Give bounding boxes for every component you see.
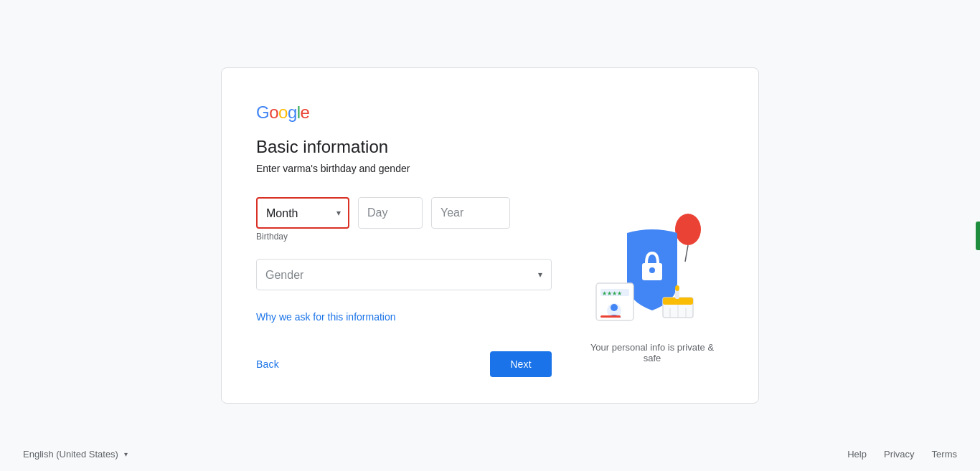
logo-e: e — [301, 103, 310, 123]
language-dropdown-icon: ▾ — [124, 450, 128, 458]
terms-link[interactable]: Terms — [932, 449, 957, 460]
subtitle-username: varma's — [283, 163, 318, 174]
side-indicator — [976, 222, 980, 250]
logo-g2: g — [288, 103, 297, 123]
back-button[interactable]: Back — [256, 353, 279, 376]
svg-point-3 — [649, 267, 655, 273]
help-link[interactable]: Help — [847, 449, 867, 460]
footer: English (United States) ▾ Help Privacy T… — [0, 437, 980, 471]
month-select[interactable]: Month January February March April May J… — [258, 199, 348, 227]
year-input[interactable] — [431, 197, 510, 229]
why-link[interactable]: Why we ask for this information — [256, 311, 396, 323]
card-body: Month January February March April May J… — [256, 197, 724, 377]
logo-o2: o — [278, 103, 288, 123]
language-selector[interactable]: English (United States) ▾ — [23, 449, 128, 460]
svg-rect-9 — [600, 315, 621, 318]
security-illustration: ★★★★ — [588, 204, 717, 333]
day-input[interactable] — [358, 197, 423, 229]
month-select-wrapper: Month January February March April May J… — [256, 197, 349, 229]
svg-text:★★★★: ★★★★ — [602, 290, 622, 297]
illustration-section: ★★★★ — [580, 197, 724, 377]
button-row: Back Next — [256, 351, 552, 377]
footer-links: Help Privacy Terms — [847, 449, 957, 460]
form-section: Month January February March April May J… — [256, 197, 552, 377]
svg-point-8 — [611, 304, 618, 311]
illustration: ★★★★ — [588, 204, 717, 333]
subtitle-suffix: birthday and gender — [318, 163, 410, 174]
language-label: English (United States) — [23, 449, 118, 460]
page-title: Basic information — [256, 137, 724, 157]
svg-point-0 — [675, 214, 701, 245]
page-subtitle: Enter varma's birthday and gender — [256, 163, 724, 174]
privacy-link[interactable]: Privacy — [884, 449, 915, 460]
svg-point-13 — [675, 285, 679, 291]
illustration-caption: Your personal info is private & safe — [580, 342, 724, 363]
signup-card: G o o g l e Basic information Enter varm… — [221, 67, 759, 404]
svg-line-1 — [685, 245, 688, 262]
google-logo: G o o g l e — [256, 103, 724, 123]
page-wrapper: G o o g l e Basic information Enter varm… — [0, 0, 980, 471]
logo-g: G — [256, 103, 269, 123]
logo-o1: o — [269, 103, 278, 123]
next-button[interactable]: Next — [490, 351, 552, 377]
subtitle-prefix: Enter — [256, 163, 283, 174]
birthday-row: Month January February March April May J… — [256, 197, 552, 229]
gender-select[interactable]: Gender Male Female Rather not say Custom — [257, 260, 551, 290]
birthday-label: Birthday — [256, 232, 552, 242]
gender-wrapper: Gender Male Female Rather not say Custom… — [256, 259, 552, 290]
